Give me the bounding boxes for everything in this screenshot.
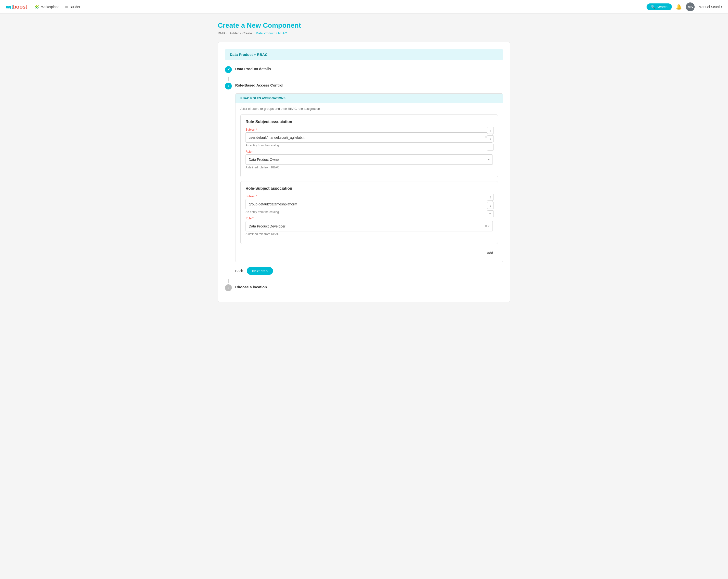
search-button[interactable]: 🔍 Search [647,3,672,10]
page-title: Create a New Component [218,22,510,29]
role-wrapper-1: Data Product Owner ▾ [245,155,493,165]
navbar: witboost 🧩 Marketplace ⊞ Builder 🔍 Searc… [0,0,728,14]
step-1: ✓ Data Product details [225,66,503,73]
subject-label-1: Subject * [245,128,493,131]
step-3-title: Choose a location [235,285,267,289]
rbac-section: RBAC ROLES ASSIGNATIONS A list of users … [235,93,503,262]
search-label: Search [657,5,668,9]
move-up-button-1[interactable]: ↑ [487,127,494,134]
builder-icon: ⊞ [65,5,68,9]
rbac-body: A list of users or groups and their RBAC… [235,103,503,262]
search-icon: 🔍 [651,5,655,9]
step-3: 3 Choose a location [225,284,503,291]
logo-boost: boost [13,4,27,10]
logo-wit: wit [6,4,13,10]
card-controls-1: ↑ ↓ − [487,127,494,150]
role-hint-2: A defined role from RBAC [245,232,493,236]
role-subject-title-1: Role-Subject association [245,120,493,124]
role-clear-icon-2[interactable]: × [485,224,487,228]
step-3-indicator: 3 [225,284,232,291]
subject-field-1: Subject * user:default/manuel.scurti_agi… [245,128,493,147]
role-value-2: Data Product Developer [249,224,485,228]
avatar: MS [686,2,695,11]
role-actions-2: × ▾ [485,224,490,228]
component-header: Data Product + RBAC [225,49,503,60]
remove-button-2[interactable]: − [487,210,494,217]
nav-builder-label: Builder [70,5,80,9]
next-step-button[interactable]: Next step [247,267,273,275]
role-input-2[interactable]: Data Product Developer × ▾ [245,221,493,231]
breadcrumb-sep-1: / [226,31,227,35]
step-1-title: Data Product details [235,67,271,71]
add-button[interactable]: Add [487,251,493,255]
role-label-2: Role * [245,217,493,220]
subject-hint-1: An entity from the catalog [245,144,493,147]
move-up-button-2[interactable]: ↑ [487,194,494,200]
subject-input-1[interactable]: user:default/manuel.scurti_agilelab.it ×… [245,132,493,143]
nav-builder[interactable]: ⊞ Builder [65,5,80,9]
step-1-indicator: ✓ [225,66,232,73]
logo[interactable]: witboost [6,4,27,10]
role-chevron-icon-2[interactable]: ▾ [488,224,490,228]
step-2-title: Role-Based Access Control [235,83,283,87]
remove-button-1[interactable]: − [487,144,494,150]
breadcrumb-item-current: Data Product + RBAC [256,31,287,35]
move-down-button-2[interactable]: ↓ [487,202,494,209]
role-subject-card-2: Role-Subject association Subject * group… [240,181,498,244]
role-subject-card-1: Role-Subject association Subject * user:… [240,114,498,177]
rbac-description: A list of users or groups and their RBAC… [240,107,498,111]
rbac-header: RBAC ROLES ASSIGNATIONS [235,94,503,103]
move-down-button-1[interactable]: ↓ [487,135,494,142]
role-subject-title-2: Role-Subject association [245,186,493,191]
page-content: Create a New Component DMB / Builder / C… [212,14,516,310]
add-row: Add [240,248,498,258]
component-header-title: Data Product + RBAC [230,52,498,57]
breadcrumb: DMB / Builder / Create / Data Product + … [218,31,510,35]
step-2-number: 2 [227,84,229,88]
notification-bell-icon[interactable]: 🔔 [676,4,682,10]
role-value-1: Data Product Owner [249,158,488,162]
user-name: Manuel Scurti [699,5,720,9]
role-actions-1: ▾ [488,158,490,161]
main-card: Data Product + RBAC ✓ Data Product detai… [218,42,510,302]
role-field-1: Role * Data Product Owner ▾ A defined ro… [245,150,493,169]
subject-field-2: Subject * group:default/datameshplatform… [245,195,493,214]
marketplace-icon: 🧩 [35,5,39,9]
subject-value-1: user:default/manuel.scurti_agilelab.it [249,136,485,139]
role-field-2: Role * Data Product Developer × ▾ [245,217,493,236]
step-3-number: 3 [227,286,229,290]
step-connector-1 [228,77,229,81]
breadcrumb-item-dmb[interactable]: DMB [218,31,225,35]
role-label-1: Role * [245,150,493,154]
breadcrumb-sep-3: / [254,31,255,35]
navbar-right: 🔍 Search 🔔 MS Manuel Scurti ▾ [647,2,722,11]
breadcrumb-sep-2: / [240,31,241,35]
role-wrapper-2: Data Product Developer × ▾ [245,221,493,231]
breadcrumb-item-builder[interactable]: Builder [229,31,239,35]
step-connector-2 [228,279,229,283]
step-2-indicator: 2 [225,83,232,89]
subject-label-2: Subject * [245,195,493,198]
step-1-check-icon: ✓ [227,67,230,72]
role-hint-1: A defined role from RBAC [245,166,493,169]
role-input-1[interactable]: Data Product Owner ▾ [245,155,493,165]
back-button[interactable]: Back [235,269,243,273]
nav-marketplace-label: Marketplace [41,5,59,9]
user-chevron-down-icon: ▾ [721,5,722,8]
user-menu[interactable]: Manuel Scurti ▾ [699,5,722,9]
breadcrumb-item-create[interactable]: Create [242,31,252,35]
step-2: 2 Role-Based Access Control [225,82,503,89]
nav-buttons: Back Next step [235,267,503,275]
subject-value-2: group:default/datameshplatform [249,202,488,206]
card-controls-2: ↑ ↓ − [487,194,494,217]
subject-hint-2: An entity from the catalog [245,210,493,214]
nav-marketplace[interactable]: 🧩 Marketplace [35,5,59,9]
subject-input-2[interactable]: group:default/datameshplatform ▾ [245,199,493,209]
role-chevron-icon-1[interactable]: ▾ [488,158,490,161]
